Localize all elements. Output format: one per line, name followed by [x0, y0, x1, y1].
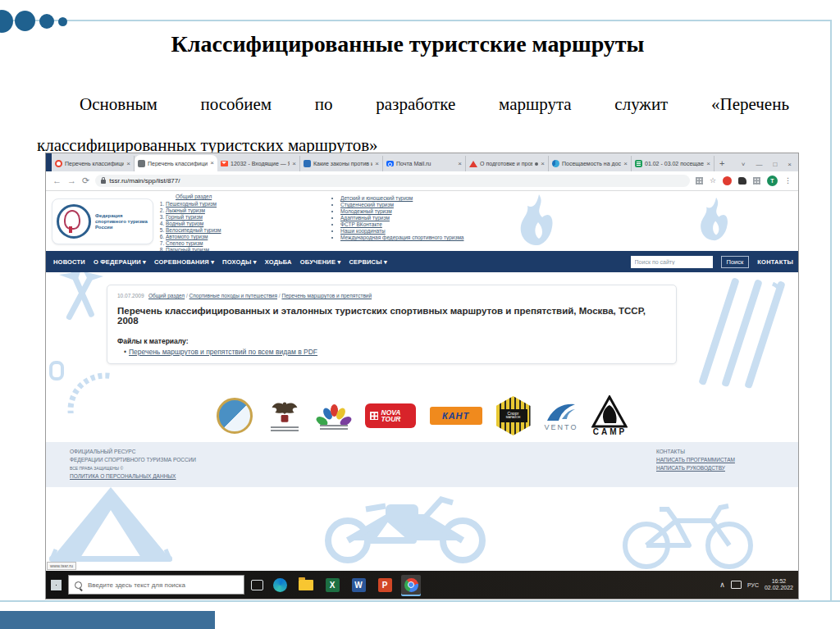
google-sheets-icon: [635, 160, 642, 167]
browser-tab-6[interactable]: О подготовке и пров ×: [466, 156, 549, 171]
link-coordinates[interactable]: Наши координаты: [340, 228, 386, 234]
breadcrumb-link-general[interactable]: Общий раздел: [148, 293, 185, 299]
browser-tab-3[interactable]: 12032 - Входящие — Янд ×: [217, 156, 300, 171]
link-bicycle[interactable]: Велосипедный туризм: [166, 227, 221, 233]
link-youth-tourism[interactable]: Молодежный туризм: [340, 208, 392, 214]
link-general-section[interactable]: Общий раздел: [176, 194, 212, 199]
refresh-icon[interactable]: ⟳: [82, 176, 89, 185]
share-icon[interactable]: [696, 177, 703, 185]
petals-caption-placeholder: [320, 425, 348, 430]
nav-walking[interactable]: ХОДЬБА: [265, 258, 292, 266]
close-tab-icon[interactable]: ×: [292, 161, 296, 167]
close-tab-icon[interactable]: ×: [126, 161, 130, 167]
link-adaptive-tourism[interactable]: Адаптивный туризм: [340, 215, 390, 221]
close-tab-icon[interactable]: ×: [541, 161, 545, 167]
link-ski[interactable]: Лыжный туризм: [166, 207, 205, 213]
list-item: Спелео туризм: [166, 240, 292, 247]
kant-logo[interactable]: КАНТ: [430, 407, 482, 425]
taskbar-edge-icon[interactable]: [270, 575, 290, 595]
window-controls: ˅ — □ ×: [742, 161, 798, 171]
ministry-of-sport-logo[interactable]: [267, 400, 303, 431]
extensions-grid-icon[interactable]: [753, 177, 760, 185]
start-button-icon[interactable]: [51, 580, 62, 590]
close-tab-icon[interactable]: ×: [210, 160, 214, 166]
address-bar[interactable]: tssr.ru/main/spp/list/877/: [95, 175, 690, 187]
fstr-logo[interactable]: Федерация спортивного туризма России: [52, 198, 153, 244]
tab-label: 01.02 - 03.02 посещаем: [645, 161, 704, 166]
forward-icon[interactable]: →: [67, 176, 76, 185]
link-student-tourism[interactable]: Студенческий туризм: [340, 202, 394, 207]
footer-write-management-link[interactable]: НАПИСАТЬ РУКОВОДСТВУ: [656, 465, 725, 471]
tab-label: Какие законы против ит: [313, 161, 372, 166]
taskbar-clock[interactable]: 16:52 02.02.2022: [765, 578, 793, 591]
skis-silhouette: [699, 276, 789, 390]
nav-federation[interactable]: О ФЕДЕРАЦИИ ▾: [94, 258, 146, 266]
close-window-button[interactable]: ×: [788, 161, 792, 168]
nav-hikes[interactable]: ПОХОДЫ ▾: [222, 258, 257, 266]
breadcrumb-link-hikes[interactable]: Спортивные походы и путешествия: [189, 293, 277, 299]
nova-tour-logo[interactable]: NOVATOUR: [365, 403, 416, 428]
footer-write-programmers-link[interactable]: НАПИСАТЬ ПРОГРАММИСТАМ: [656, 457, 735, 463]
link-motor[interactable]: Автомото туризм: [166, 234, 208, 239]
tab-search-icon[interactable]: ˅: [742, 161, 746, 168]
pdf-file-link[interactable]: Перечень маршрутов и препятствий по всем…: [129, 348, 317, 356]
task-view-icon[interactable]: [251, 580, 263, 590]
browser-tab-7[interactable]: Посещаемость на досто ×: [549, 156, 632, 171]
link-mountain[interactable]: Горный туризм: [166, 214, 203, 220]
adblock-extension-icon[interactable]: [723, 176, 732, 185]
nav-education[interactable]: ОБУЧЕНИЕ ▾: [300, 258, 341, 266]
hidden-icons-chevron[interactable]: ∧: [719, 581, 725, 589]
close-tab-icon[interactable]: ×: [623, 161, 628, 167]
taskbar-explorer-icon[interactable]: [296, 575, 316, 595]
link-children-tourism[interactable]: Детский и юношеский туризм: [340, 195, 413, 201]
nav-competitions[interactable]: СОРЕВНОВАНИЯ ▾: [154, 258, 214, 266]
profile-avatar[interactable]: T: [767, 175, 778, 186]
menu-kebab-icon[interactable]: ⋮: [784, 177, 792, 185]
browser-tab-8[interactable]: 01.02 - 03.02 посещаем ×: [632, 156, 714, 171]
taskbar-word-icon[interactable]: W: [349, 575, 368, 595]
list-item: Международная федерация спортивного тури…: [340, 235, 546, 241]
list-item: Пешеходный туризм: [166, 201, 292, 207]
browser-tab-5[interactable]: Почта Mail.ru ×: [383, 156, 466, 171]
language-indicator[interactable]: РУС: [747, 582, 759, 588]
vento-logo[interactable]: VENTO: [545, 401, 578, 431]
display-tray-icon[interactable]: [731, 581, 742, 589]
taskbar-search-input[interactable]: [86, 581, 238, 590]
link-hiking[interactable]: Пешеходный туризм: [166, 201, 217, 207]
clock-date: 02.02.2022: [765, 585, 793, 591]
maximize-button[interactable]: □: [773, 161, 777, 168]
browser-tab-1[interactable]: Перечень классифицир ×: [52, 156, 135, 171]
footer-privacy-policy-link[interactable]: ПОЛИТИКА О ПЕРСОНАЛЬНЫХ ДАННЫХ: [70, 473, 176, 479]
list-item: ФСТР ВКонтакте: [340, 221, 546, 228]
minimize-button[interactable]: —: [756, 161, 762, 168]
taskbar-search-box[interactable]: [68, 575, 244, 595]
browser-tab-4[interactable]: Какие законы против ит ×: [300, 156, 383, 171]
link-international-federation[interactable]: Международная федерация спортивного тури…: [340, 235, 463, 240]
camp-logo[interactable]: CAMP: [591, 395, 628, 436]
nav-contacts[interactable]: КОНТАКТЫ: [757, 258, 793, 266]
browser-tab-2-active[interactable]: Перечень классифицир ×: [135, 155, 217, 171]
taskbar-chrome-icon-active[interactable]: [401, 575, 421, 595]
close-tab-icon[interactable]: ×: [458, 161, 462, 167]
close-tab-icon[interactable]: ×: [706, 161, 710, 167]
taskbar-excel-icon[interactable]: X: [322, 575, 342, 595]
site-search-button[interactable]: Поиск: [721, 256, 750, 268]
bookmark-star-icon[interactable]: ☆: [710, 177, 716, 185]
petals-logo[interactable]: [317, 402, 351, 430]
taskbar-powerpoint-icon[interactable]: P: [375, 575, 395, 595]
nav-services[interactable]: СЕРВИСЫ ▾: [349, 258, 387, 266]
tssr-badge-logo[interactable]: [217, 398, 253, 434]
link-speleo[interactable]: Спелео туризм: [166, 240, 203, 246]
top-divider-line: [0, 20, 832, 21]
back-icon[interactable]: ←: [52, 176, 62, 185]
breadcrumb-link-routes[interactable]: Перечень маршрутов и препятствий: [281, 293, 372, 299]
nav-news[interactable]: НОВОСТИ: [53, 258, 85, 266]
link-water[interactable]: Водный туризм: [166, 221, 203, 226]
new-tab-button[interactable]: +: [714, 156, 729, 171]
sport-marafon-logo[interactable]: Спорт МАРАФОН: [496, 396, 531, 435]
close-tab-icon[interactable]: ×: [375, 161, 379, 167]
extension-icon[interactable]: [738, 177, 746, 185]
site-search-input[interactable]: [631, 256, 713, 268]
mailru-icon: [386, 161, 394, 166]
link-vk[interactable]: ФСТР ВКонтакте: [340, 221, 382, 227]
